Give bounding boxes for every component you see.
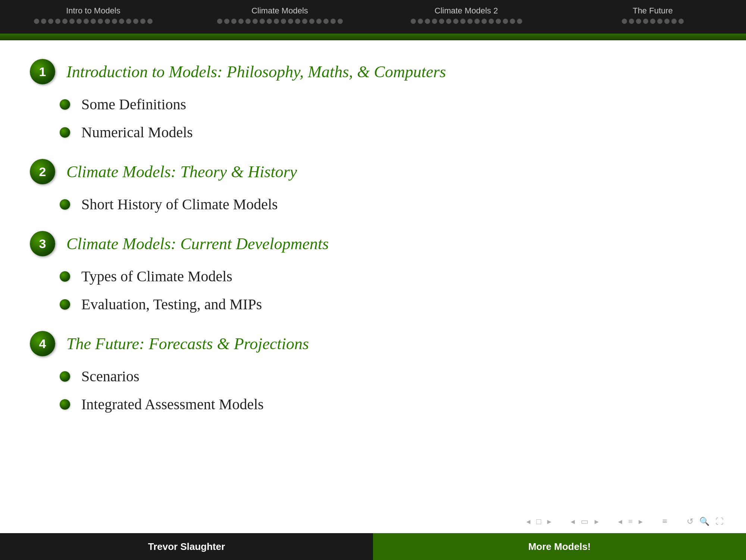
section-3-bullets: Types of Climate Models Evaluation, Test… xyxy=(30,268,716,313)
presentation-title: More Models! xyxy=(528,541,591,553)
main-content: 1 Introduction to Models: Philosophy, Ma… xyxy=(0,40,746,453)
status-bar-right: More Models! xyxy=(373,533,746,560)
undo-icon[interactable]: ↺ xyxy=(687,517,693,526)
nav-dot xyxy=(636,19,641,24)
nav-dot xyxy=(217,19,222,24)
nav-dot xyxy=(238,19,244,24)
nav-title-climate2: Climate Models 2 xyxy=(435,6,498,16)
nav-dot xyxy=(517,19,522,24)
next-slide-icon[interactable]: ▸ xyxy=(547,517,551,526)
fullscreen-icon[interactable]: ⛶ xyxy=(715,517,724,526)
nav-dot xyxy=(309,19,314,24)
bullet-text: Some Definitions xyxy=(81,96,186,113)
accent-bar xyxy=(0,34,746,40)
nav-separator: □ xyxy=(536,517,541,526)
section-2: 2 Climate Models: Theory & History Short… xyxy=(30,159,716,213)
section-3-header: 3 Climate Models: Current Developments xyxy=(30,231,716,256)
next-frame-icon[interactable]: ▸ xyxy=(595,517,599,526)
nav-dot xyxy=(302,19,307,24)
nav-section-climate[interactable]: Climate Models xyxy=(186,4,373,24)
section-1-title: Introduction to Models: Philosophy, Math… xyxy=(66,62,446,81)
nav-dots-future xyxy=(622,19,684,24)
nav-dot xyxy=(274,19,279,24)
nav-dot xyxy=(288,19,293,24)
nav-dot xyxy=(55,19,60,24)
nav-dot xyxy=(622,19,627,24)
nav-dot xyxy=(643,19,648,24)
bullet-dot-icon xyxy=(60,399,70,410)
nav-dot xyxy=(48,19,53,24)
nav-dot xyxy=(62,19,68,24)
section-4-title: The Future: Forecasts & Projections xyxy=(66,334,309,353)
nav-dot xyxy=(281,19,286,24)
nav-dot xyxy=(446,19,451,24)
section-2-number: 2 xyxy=(30,159,55,184)
bullet-dot-icon xyxy=(60,127,70,138)
nav-dot xyxy=(295,19,300,24)
nav-list-sep: ≡ xyxy=(628,517,633,526)
nav-dot xyxy=(650,19,655,24)
nav-dot xyxy=(671,19,677,24)
nav-dots-intro xyxy=(34,19,153,24)
section-4: 4 The Future: Forecasts & Projections Sc… xyxy=(30,331,716,413)
nav-dot xyxy=(119,19,124,24)
nav-dot xyxy=(411,19,416,24)
nav-dot xyxy=(496,19,501,24)
nav-dots-climate2 xyxy=(411,19,522,24)
nav-section-climate2[interactable]: Climate Models 2 xyxy=(373,4,560,24)
prev-list-icon[interactable]: ◂ xyxy=(618,517,622,526)
next-list-icon[interactable]: ▸ xyxy=(639,517,643,526)
nav-dot xyxy=(112,19,117,24)
nav-separator2: ▭ xyxy=(581,517,589,526)
section-1-number: 1 xyxy=(30,59,55,84)
nav-section-intro[interactable]: Intro to Models xyxy=(0,4,186,24)
nav-dot xyxy=(323,19,329,24)
nav-dot xyxy=(453,19,458,24)
top-navigation: Intro to Models Climate Models xyxy=(0,0,746,34)
bullet-item: Some Definitions xyxy=(60,96,716,113)
nav-dot xyxy=(510,19,515,24)
nav-dot xyxy=(330,19,336,24)
nav-dot xyxy=(41,19,46,24)
section-2-header: 2 Climate Models: Theory & History xyxy=(30,159,716,184)
nav-dot xyxy=(140,19,145,24)
nav-dot xyxy=(253,19,258,24)
section-3-title: Climate Models: Current Developments xyxy=(66,234,329,253)
nav-dot xyxy=(98,19,103,24)
nav-dot xyxy=(105,19,110,24)
nav-dot xyxy=(657,19,662,24)
nav-dot xyxy=(432,19,437,24)
nav-dot xyxy=(316,19,322,24)
nav-dot xyxy=(245,19,251,24)
bullet-text: Evaluation, Testing, and MIPs xyxy=(81,295,262,313)
zoom-icon[interactable]: 🔍 xyxy=(699,517,709,526)
nav-title-future: The Future xyxy=(633,6,673,16)
nav-dot xyxy=(84,19,89,24)
nav-dot xyxy=(418,19,423,24)
nav-title-climate: Climate Models xyxy=(251,6,308,16)
nav-dot xyxy=(467,19,473,24)
nav-dot xyxy=(133,19,138,24)
presenter-name: Trevor Slaughter xyxy=(148,541,225,553)
prev-slide-icon[interactable]: ◂ xyxy=(526,517,530,526)
nav-dot xyxy=(34,19,39,24)
section-3-number: 3 xyxy=(30,231,55,256)
bullet-dot-icon xyxy=(60,199,70,210)
section-1-header: 1 Introduction to Models: Philosophy, Ma… xyxy=(30,59,716,84)
bullet-item: Integrated Assessment Models xyxy=(60,395,716,413)
nav-dot xyxy=(147,19,153,24)
nav-dot xyxy=(678,19,684,24)
section-4-header: 4 The Future: Forecasts & Projections xyxy=(30,331,716,356)
nav-section-future[interactable]: The Future xyxy=(560,4,746,24)
nav-dot xyxy=(224,19,229,24)
section-4-bullets: Scenarios Integrated Assessment Models xyxy=(30,367,716,413)
bullet-dot-icon xyxy=(60,99,70,110)
nav-title-intro: Intro to Models xyxy=(66,6,120,16)
nav-dot xyxy=(474,19,480,24)
slide-navigation: ◂ □ ▸ ◂ ▭ ▸ ◂ ≡ ▸ ≡ ↺ 🔍 ⛶ xyxy=(526,516,724,526)
center-align-icon[interactable]: ≡ xyxy=(662,516,667,526)
section-3: 3 Climate Models: Current Developments T… xyxy=(30,231,716,313)
bullet-text: Scenarios xyxy=(81,367,140,385)
prev-frame-icon[interactable]: ◂ xyxy=(571,517,575,526)
bullet-item: Evaluation, Testing, and MIPs xyxy=(60,295,716,313)
